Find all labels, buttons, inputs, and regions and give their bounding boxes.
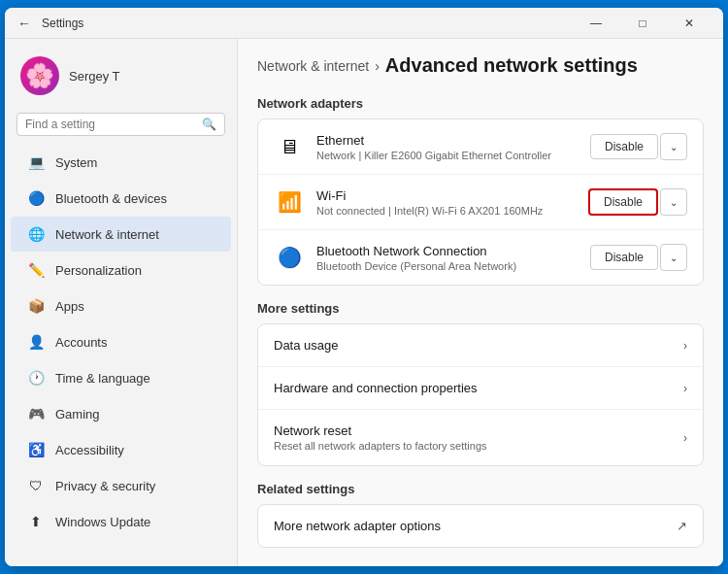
accessibility-nav-icon: ♿ xyxy=(26,440,46,459)
sidebar-item-network[interactable]: 🌐Network & internet xyxy=(11,217,231,252)
adapters-list: 🖥 Ethernet Network | Killer E2600 Gigabi… xyxy=(257,118,704,286)
avatar-icon: 🌸 xyxy=(25,62,54,89)
update-nav-icon: ⬆ xyxy=(26,512,46,531)
bluetooth-net-actions: Disable ⌄ xyxy=(590,244,687,271)
avatar: 🌸 xyxy=(20,56,59,95)
wifi-desc: Not connected | Intel(R) Wi-Fi 6 AX201 1… xyxy=(316,205,588,217)
accounts-nav-icon: 👤 xyxy=(26,332,46,352)
wifi-expand-button[interactable]: ⌄ xyxy=(660,188,687,216)
sidebar-item-update[interactable]: ⬆Windows Update xyxy=(11,504,231,539)
bluetooth-net-disable-button[interactable]: Disable xyxy=(590,245,658,270)
title-bar: ← Settings — □ ✕ xyxy=(5,8,723,39)
breadcrumb-current: Advanced network settings xyxy=(385,54,638,77)
hardware-content: Hardware and connection properties xyxy=(274,381,683,395)
bluetooth-nav-icon: 🔵 xyxy=(26,188,46,208)
sidebar-item-gaming[interactable]: 🎮Gaming xyxy=(11,396,231,431)
sidebar-item-system[interactable]: 💻System xyxy=(11,145,231,180)
adapter-options-title: More network adapter options xyxy=(274,519,677,533)
nav-list: 💻System🔵Bluetooth & devices🌐Network & in… xyxy=(5,144,237,540)
adapter-options-external-icon: ↗ xyxy=(677,519,687,533)
breadcrumb-separator: › xyxy=(375,58,380,74)
system-nav-icon: 💻 xyxy=(26,152,46,172)
maximize-button[interactable]: □ xyxy=(620,8,665,39)
sidebar-item-personalization[interactable]: ✏️Personalization xyxy=(11,253,231,287)
bluetooth-net-expand-button[interactable]: ⌄ xyxy=(660,244,687,271)
related-settings-title: Related settings xyxy=(257,482,704,496)
reset-arrow-icon: › xyxy=(683,431,687,445)
adapter-item-bluetooth-net: 🔵 Bluetooth Network Connection Bluetooth… xyxy=(258,230,703,285)
sidebar-label-privacy: Privacy & security xyxy=(55,479,215,493)
sidebar-item-time[interactable]: 🕐Time & language xyxy=(11,360,231,395)
search-box[interactable]: 🔍 xyxy=(17,113,225,136)
sidebar-label-personalization: Personalization xyxy=(55,263,215,278)
wifi-info: Wi-Fi Not connected | Intel(R) Wi-Fi 6 A… xyxy=(316,188,588,217)
sidebar-item-accessibility[interactable]: ♿Accessibility xyxy=(11,432,231,467)
sidebar-item-apps[interactable]: 📦Apps xyxy=(11,288,231,323)
hardware-arrow-icon: › xyxy=(683,382,687,395)
main-panel: Network & internet › Advanced network se… xyxy=(238,39,723,566)
adapter-options-content: More network adapter options xyxy=(274,519,677,533)
back-button[interactable]: ← xyxy=(17,16,32,31)
bluetooth-net-icon: 🔵 xyxy=(274,242,305,273)
sidebar: 🌸 Sergey T 🔍 💻System🔵Bluetooth & devices… xyxy=(5,39,238,566)
hardware-title: Hardware and connection properties xyxy=(274,381,683,395)
ethernet-name: Ethernet xyxy=(316,133,590,148)
reset-content: Network reset Reset all network adapters… xyxy=(274,423,683,452)
more-settings-list: Data usage › Hardware and connection pro… xyxy=(257,323,704,466)
personalization-nav-icon: ✏️ xyxy=(26,260,46,280)
reset-desc: Reset all network adapters to factory se… xyxy=(274,440,683,452)
ethernet-actions: Disable ⌄ xyxy=(590,133,687,160)
bluetooth-net-name: Bluetooth Network Connection xyxy=(316,244,590,258)
search-icon: 🔍 xyxy=(202,118,216,131)
sidebar-item-accounts[interactable]: 👤Accounts xyxy=(11,324,231,359)
related-setting-adapter-options[interactable]: More network adapter options ↗ xyxy=(258,505,703,547)
ethernet-disable-button[interactable]: Disable xyxy=(590,134,658,159)
more-setting-hardware[interactable]: Hardware and connection properties › xyxy=(258,367,703,410)
bluetooth-net-info: Bluetooth Network Connection Bluetooth D… xyxy=(316,244,590,272)
close-button[interactable]: ✕ xyxy=(667,8,711,39)
gaming-nav-icon: 🎮 xyxy=(26,404,46,423)
sidebar-label-accounts: Accounts xyxy=(55,335,215,350)
search-input[interactable] xyxy=(25,118,202,131)
sidebar-item-privacy[interactable]: 🛡Privacy & security xyxy=(11,468,231,503)
apps-nav-icon: 📦 xyxy=(26,296,46,316)
ethernet-desc: Network | Killer E2600 Gigabit Ethernet … xyxy=(316,150,590,161)
main-content: 🌸 Sergey T 🔍 💻System🔵Bluetooth & devices… xyxy=(5,39,723,566)
sidebar-label-gaming: Gaming xyxy=(55,407,215,422)
privacy-nav-icon: 🛡 xyxy=(26,476,46,495)
settings-window: ← Settings — □ ✕ 🌸 Sergey T 🔍 💻System🔵Bl… xyxy=(5,8,723,566)
wifi-icon: 📶 xyxy=(274,186,305,218)
sidebar-label-time: Time & language xyxy=(55,371,215,386)
minimize-button[interactable]: — xyxy=(574,8,618,39)
ethernet-info: Ethernet Network | Killer E2600 Gigabit … xyxy=(316,133,590,161)
related-settings-list: More network adapter options ↗ xyxy=(257,504,704,548)
breadcrumb: Network & internet › Advanced network se… xyxy=(257,54,704,77)
adapter-item-ethernet: 🖥 Ethernet Network | Killer E2600 Gigabi… xyxy=(258,119,703,175)
sidebar-label-accessibility: Accessibility xyxy=(55,443,215,457)
more-setting-data-usage[interactable]: Data usage › xyxy=(258,324,703,367)
more-settings-title: More settings xyxy=(257,301,704,316)
reset-title: Network reset xyxy=(274,423,683,438)
bluetooth-net-desc: Bluetooth Device (Personal Area Network) xyxy=(316,260,590,272)
adapter-item-wifi: 📶 Wi-Fi Not connected | Intel(R) Wi-Fi 6… xyxy=(258,175,703,230)
sidebar-label-bluetooth: Bluetooth & devices xyxy=(55,191,215,206)
network-nav-icon: 🌐 xyxy=(26,224,46,244)
data-usage-content: Data usage xyxy=(274,338,683,353)
sidebar-label-network: Network & internet xyxy=(55,227,215,242)
ethernet-expand-button[interactable]: ⌄ xyxy=(660,133,687,160)
ethernet-icon: 🖥 xyxy=(274,131,305,162)
time-nav-icon: 🕐 xyxy=(26,368,46,388)
more-setting-reset[interactable]: Network reset Reset all network adapters… xyxy=(258,410,703,465)
breadcrumb-parent: Network & internet xyxy=(257,58,369,74)
sidebar-label-update: Windows Update xyxy=(55,515,215,529)
sidebar-item-bluetooth[interactable]: 🔵Bluetooth & devices xyxy=(11,181,231,216)
wifi-disable-button[interactable]: Disable xyxy=(588,188,658,216)
sidebar-label-system: System xyxy=(55,155,215,170)
adapters-section-title: Network adapters xyxy=(257,96,704,111)
sidebar-label-apps: Apps xyxy=(55,299,215,314)
wifi-name: Wi-Fi xyxy=(316,188,588,203)
data-usage-title: Data usage xyxy=(274,338,683,353)
user-name: Sergey T xyxy=(69,69,120,84)
window-controls: — □ ✕ xyxy=(574,8,711,39)
window-title: Settings xyxy=(42,17,574,30)
